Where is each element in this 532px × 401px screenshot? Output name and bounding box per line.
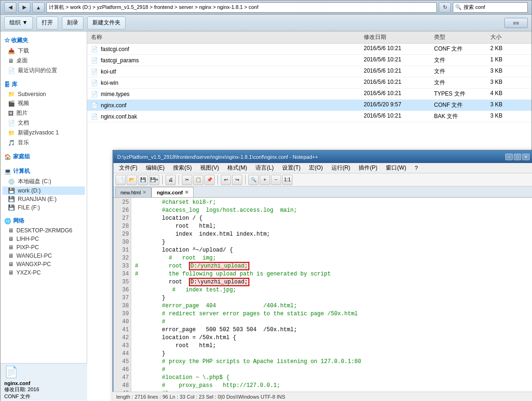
new-folder-button[interactable]: 新建文件夹 <box>87 16 126 30</box>
save-all-button[interactable]: 💾+ <box>149 175 159 185</box>
file-size: 4 KB <box>490 90 528 98</box>
menu-settings[interactable]: 设置(T) <box>278 163 304 173</box>
npp-maximize-button[interactable]: □ <box>514 154 521 160</box>
new-file-button[interactable]: 📄 <box>115 175 126 185</box>
undo-button[interactable]: ↩ <box>221 175 231 185</box>
sidebar-item-xinjiang[interactable]: 📁 新疆yzIvasdoc 1 <box>2 128 85 138</box>
menu-file[interactable]: 文件(F) <box>115 163 141 173</box>
menu-run[interactable]: 运行(R) <box>328 163 354 173</box>
pc-icon: 🖥 <box>8 236 14 242</box>
sidebar-item-download[interactable]: 📥 下载 <box>2 46 85 56</box>
sidebar-item-lihh-pc[interactable]: 🖥 LIHH-PC <box>2 235 85 243</box>
sidebar-item-video[interactable]: 🎬 视频 <box>2 98 85 108</box>
up-button[interactable]: ▲ <box>32 2 45 13</box>
menu-window[interactable]: 窗口(W) <box>382 163 410 173</box>
tab-nginx-conf[interactable]: nginx.conf ✕ <box>151 187 194 197</box>
sidebar-item-e-drive[interactable]: 💾 RUANJIAN (E:) <box>2 195 85 203</box>
npp-minimize-button[interactable]: ─ <box>505 154 513 160</box>
forward-button[interactable]: ▶ <box>18 2 30 13</box>
recent-icon: 📄 <box>8 67 15 74</box>
zoom-in-button[interactable]: + <box>260 175 270 185</box>
zoom-reset-button[interactable]: 1:1 <box>282 175 292 185</box>
sidebar-item-subversion[interactable]: 📁 Subversion <box>2 90 85 98</box>
open-file-button[interactable]: 📂 <box>127 175 137 185</box>
cut-button[interactable]: ✂ <box>182 175 192 185</box>
status-date: 修改日期: 2016 <box>4 386 83 393</box>
table-row[interactable]: 📄 koi-win 2016/5/6 10:21 文件 3 KB <box>87 77 532 89</box>
sidebar-item-desktop2krmdg6[interactable]: 🖥 DESKTOP-2KRMDG6 <box>2 226 85 235</box>
library-header[interactable]: 🗄 库 <box>2 79 85 90</box>
sidebar-item-d-drive[interactable]: 💾 work (D:) <box>2 186 85 195</box>
sidebar-item-recent[interactable]: 📄 最近访问的位置 <box>2 66 85 75</box>
tab-nginx-conf-close[interactable]: ✕ <box>185 190 188 195</box>
code-line: # the following upload path is generated… <box>135 270 530 278</box>
sidebar-item-wangxp-pc[interactable]: 🖥 WANGXP-PC <box>2 260 85 268</box>
col-name[interactable]: 名称 <box>91 33 364 41</box>
favorites-header[interactable]: ☆ 收藏夹 <box>2 35 85 46</box>
copy-button[interactable]: 📋 <box>193 175 203 185</box>
table-row[interactable]: 📄 nginx.conf.bak 2016/5/6 10:21 BAK 文件 3… <box>87 111 532 122</box>
sidebar-item-documents[interactable]: 📄 文档 <box>2 118 85 128</box>
table-row[interactable]: 📄 nginx.conf 2016/5/20 9:57 CONF 文件 3 KB <box>87 100 532 111</box>
menu-view[interactable]: 视图(V) <box>196 163 223 173</box>
file-size: 1 KB <box>490 56 528 64</box>
tab-new-html-close[interactable]: ✕ <box>142 190 146 195</box>
zoom-out-button[interactable]: − <box>271 175 281 185</box>
homegroup-header[interactable]: 🏠 家庭组 <box>2 151 85 162</box>
sidebar-item-wanglei-pc[interactable]: 🖥 WANGLEI-PC <box>2 252 85 260</box>
line-number: 45 <box>115 358 129 366</box>
computer-header[interactable]: 💻 计算机 <box>2 166 85 177</box>
code-line: #location ~ \.php$ { <box>135 374 530 382</box>
code-content[interactable]: #charset koi8-r; #access_log logs/host.a… <box>131 198 532 401</box>
save-file-button[interactable]: 💾 <box>138 175 148 185</box>
sidebar-item-c-drive[interactable]: 💿 本地磁盘 (C:) <box>2 177 85 186</box>
menu-language[interactable]: 语言(L) <box>252 163 277 173</box>
sidebar-item-music[interactable]: 🎵 音乐 <box>2 138 85 148</box>
code-line: # proxy the PHP scripts to Apache listen… <box>135 358 530 366</box>
menu-search[interactable]: 搜索(S) <box>169 163 195 173</box>
search-bar[interactable]: 🔍 搜索 conf <box>453 2 528 13</box>
documents-icon: 📄 <box>8 120 15 126</box>
back-button[interactable]: ◀ <box>4 2 16 13</box>
find-button[interactable]: 🔍 <box>248 175 259 185</box>
table-row[interactable]: 📄 koi-utf 2016/5/6 10:21 文件 3 KB <box>87 66 532 77</box>
menu-format[interactable]: 格式(M) <box>224 163 251 173</box>
sidebar-item-desktop[interactable]: 🖥 桌面 <box>2 56 85 66</box>
sidebar-item-yxzx-pc[interactable]: 🖥 YXZX-PC <box>2 268 85 277</box>
table-row[interactable]: 📄 fastcgi_params 2016/5/6 10:21 文件 1 KB <box>87 55 532 66</box>
menu-edit[interactable]: 编辑(E) <box>142 163 168 173</box>
engrave-button[interactable]: 刻录 <box>62 16 83 30</box>
code-line: root D:\yunzhi_upload; <box>135 278 530 286</box>
code-line: error_page 500 502 503 504 /50x.html; <box>135 326 530 334</box>
line-number: 42 <box>115 334 129 342</box>
col-type[interactable]: 类型 <box>434 33 490 41</box>
menu-plugins[interactable]: 插件(P) <box>355 163 381 173</box>
organize-button[interactable]: 组织 ▼ <box>4 16 33 30</box>
view-toggle-button[interactable]: ≡≡ <box>504 18 528 28</box>
table-row[interactable]: 📄 fastcgi.conf 2016/5/6 10:21 CONF 文件 2 … <box>87 44 532 55</box>
redo-button[interactable]: ↪ <box>232 175 242 185</box>
download-icon: 📥 <box>8 48 15 54</box>
open-button[interactable]: 打开 <box>37 16 58 30</box>
sidebar-item-pixp-pc[interactable]: 🖥 PIXP-PC <box>2 243 85 252</box>
search-icon: 🔍 <box>455 4 462 10</box>
npp-close-button[interactable]: ✕ <box>522 154 530 160</box>
address-bar[interactable]: 计算机 > work (D:) > yzPlatform_v1.5_2918 >… <box>46 2 437 13</box>
paste-button[interactable]: 📌 <box>204 175 215 185</box>
line-number: 47 <box>115 374 129 382</box>
code-line: root html; <box>135 342 530 350</box>
npp-title-text: D:\yzPlatform_v1.5_2918\frontend\server\… <box>117 154 504 160</box>
col-date[interactable]: 修改日期 <box>364 33 434 41</box>
table-row[interactable]: 📄 mime.types 2016/5/6 10:21 TYPES 文件 4 K… <box>87 89 532 100</box>
code-line: # <box>135 318 530 326</box>
print-button[interactable]: 🖨 <box>165 175 176 185</box>
network-header[interactable]: 🌐 网络 <box>2 215 85 226</box>
sidebar-item-f-drive[interactable]: 💾 FILE (F:) <box>2 203 85 212</box>
refresh-button[interactable]: ↻ <box>439 2 451 13</box>
col-size[interactable]: 大小 <box>490 33 528 41</box>
menu-macro[interactable]: 宏(O) <box>305 163 326 173</box>
tab-new-html[interactable]: new.html ✕ <box>115 187 151 197</box>
desktop-icon: 🖥 <box>8 58 14 64</box>
menu-help[interactable]: ? <box>411 164 422 172</box>
sidebar-item-pictures[interactable]: 🖼 图片 <box>2 108 85 118</box>
